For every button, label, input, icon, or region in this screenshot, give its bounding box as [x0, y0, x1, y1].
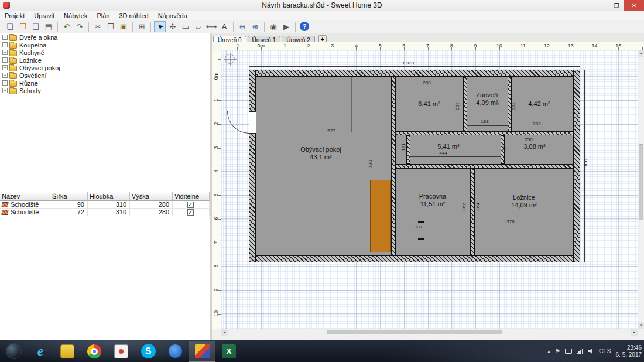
capture-app-icon-glyph: [114, 344, 128, 358]
menu-item-plan[interactable]: Plán: [92, 12, 114, 19]
expand-icon[interactable]: +: [2, 42, 8, 47]
visible-checkbox[interactable]: ✓: [187, 209, 194, 216]
paste-icon[interactable]: ▣: [118, 21, 129, 32]
outer-wall[interactable]: [573, 70, 580, 262]
hidden-icons-button[interactable]: ▴: [547, 348, 550, 354]
create-dimensions-icon[interactable]: ⟷: [205, 21, 217, 32]
skype-icon[interactable]: S: [135, 341, 162, 362]
inner-wall[interactable]: [391, 77, 396, 255]
ie-icon[interactable]: e: [27, 341, 54, 362]
menu-item-upravit[interactable]: Upravit: [29, 12, 59, 19]
scroll-right-button[interactable]: ►: [631, 329, 638, 336]
inner-wall[interactable]: [406, 135, 410, 164]
vertical-scroll-thumb[interactable]: [639, 144, 643, 220]
capture-app-icon[interactable]: [108, 341, 135, 362]
clock[interactable]: 23:46 6. 5. 2017: [616, 344, 642, 358]
menu-item-projekt[interactable]: Projekt: [0, 12, 29, 19]
add-furniture-icon[interactable]: ⊞: [136, 21, 148, 32]
expand-icon[interactable]: +: [2, 80, 8, 86]
expand-icon[interactable]: +: [2, 50, 8, 55]
catalog-item-ruzne[interactable]: +Různé: [0, 79, 210, 87]
save-icon[interactable]: ❑: [30, 21, 42, 32]
excel-icon[interactable]: X: [215, 341, 242, 362]
column-header-viditelne[interactable]: Viditelné: [173, 192, 210, 201]
scroll-left-button[interactable]: ◄: [221, 329, 228, 336]
minimize-button[interactable]: –: [594, 0, 609, 11]
dimension-label: 114: [501, 144, 506, 151]
print-icon[interactable]: ▤: [43, 21, 54, 32]
scroll-down-button[interactable]: ▼: [638, 322, 644, 329]
create-walls-icon[interactable]: ▭: [180, 21, 191, 32]
floor-plan-canvas[interactable]: Obývací pokoj43,1 m²6,41 m²Zádveří4,09 m…: [221, 50, 638, 329]
action-center-flag-icon[interactable]: ⚑: [555, 348, 560, 354]
h-ruler-label: 7: [423, 43, 433, 49]
expand-icon[interactable]: +: [2, 88, 8, 93]
copy-icon[interactable]: ❒: [105, 21, 117, 32]
media-app-icon[interactable]: [162, 341, 189, 362]
inner-wall[interactable]: [396, 131, 573, 135]
outer-wall[interactable]: [249, 255, 580, 262]
horizontal-scroll-thumb[interactable]: [327, 330, 502, 334]
redo-icon[interactable]: ↷: [74, 21, 85, 32]
volume-icon[interactable]: [588, 349, 594, 354]
network-signal-icon[interactable]: [577, 349, 584, 354]
horizontal-scrollbar[interactable]: ◄ ►: [221, 329, 638, 335]
expand-icon[interactable]: +: [2, 73, 8, 78]
maximize-button[interactable]: ❐: [609, 0, 624, 11]
language-indicator[interactable]: CES: [599, 348, 611, 354]
dimension-label: 1 378: [402, 60, 414, 66]
catalog-item-obyvaci-pokoj[interactable]: +Obývací pokoj: [0, 64, 210, 71]
catalog-item-schody[interactable]: +Schody: [0, 87, 210, 94]
video-icon[interactable]: ▶: [280, 21, 292, 32]
entrance-door-opening[interactable]: [249, 111, 256, 134]
column-header-nazev[interactable]: Název: [0, 192, 50, 201]
zoom-in-icon[interactable]: ⊕: [249, 21, 261, 32]
start-button[interactable]: [0, 341, 27, 362]
create-text-icon[interactable]: A: [218, 21, 230, 32]
help-icon[interactable]: ?: [300, 22, 309, 31]
notes-app-icon[interactable]: [54, 341, 81, 362]
menu-item-3d-nahled[interactable]: 3D náhled: [114, 12, 153, 19]
vertical-ruler: 0m12345678910: [212, 50, 221, 329]
sweet-home-3d-icon[interactable]: [189, 341, 215, 362]
catalog-item-osvetleni[interactable]: +Osvětlení: [0, 71, 210, 79]
room-name: Zádveří: [476, 91, 498, 99]
catalog-item-dvere-a-okna[interactable]: +Dveře a okna: [0, 33, 210, 41]
vertical-scrollbar[interactable]: ▲ ▼: [638, 50, 644, 329]
inner-wall[interactable]: [396, 164, 573, 169]
cut-icon[interactable]: ✂: [92, 21, 104, 32]
pan-tool-icon[interactable]: ✣: [167, 21, 179, 32]
open-file-icon[interactable]: ❐: [17, 21, 29, 32]
create-rooms-icon[interactable]: ▱: [193, 21, 204, 32]
catalog-item-kuchyne[interactable]: +Kuchyně: [0, 49, 210, 56]
expand-icon[interactable]: +: [2, 35, 8, 40]
inner-wall[interactable]: [470, 169, 475, 255]
chrome-icon[interactable]: [81, 341, 108, 362]
catalog-item-koupelna[interactable]: +Koupelna: [0, 41, 210, 49]
select-tool-icon[interactable]: ➤: [154, 21, 166, 32]
category-folder-icon: [9, 81, 17, 87]
expand-icon[interactable]: +: [2, 65, 8, 70]
undo-icon[interactable]: ↶: [61, 21, 73, 32]
column-header-hloubka[interactable]: Hloubka: [88, 192, 130, 201]
menu-item-napoveda[interactable]: Nápověda: [153, 12, 192, 19]
photo-icon[interactable]: ◉: [268, 21, 279, 32]
close-button[interactable]: ✕: [624, 0, 644, 11]
dimension-line: [374, 77, 374, 255]
furniture-row[interactable]: Schodiště90310280✓: [0, 201, 210, 209]
scroll-up-button[interactable]: ▲: [638, 50, 644, 57]
visible-checkbox[interactable]: ✓: [187, 202, 194, 208]
zoom-out-icon[interactable]: ⊖: [237, 21, 248, 32]
display-tray-icon[interactable]: [565, 349, 572, 354]
menu-item-nabytek[interactable]: Nábytek: [59, 12, 92, 19]
furniture-row[interactable]: Schodiště72310280✓: [0, 209, 210, 216]
compass-icon[interactable]: [225, 54, 235, 64]
inner-wall[interactable]: [463, 77, 467, 131]
new-file-icon[interactable]: ❏: [4, 21, 16, 32]
outer-wall[interactable]: [249, 70, 256, 262]
expand-icon[interactable]: +: [2, 57, 8, 63]
column-header-sirka[interactable]: Šířka: [50, 192, 88, 201]
catalog-item-loznice[interactable]: +Ložnice: [0, 56, 210, 64]
column-header-vyska[interactable]: Výška: [130, 192, 173, 201]
outer-wall[interactable]: [249, 70, 580, 77]
